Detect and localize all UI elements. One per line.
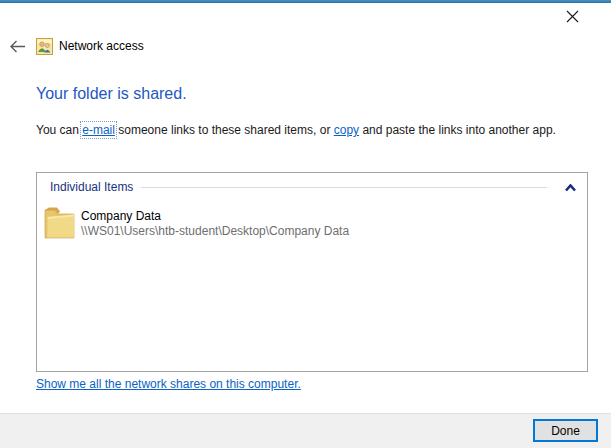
done-button[interactable]: Done <box>533 419 598 442</box>
chevron-up-icon <box>565 180 576 195</box>
copy-link[interactable]: copy <box>334 123 359 137</box>
folder-icon <box>44 206 75 239</box>
instruction-part2: someone links to these shared items, or <box>115 123 334 137</box>
wizard-title: Network access <box>59 39 144 53</box>
individual-items-header: Individual Items <box>37 178 587 196</box>
individual-items-groupbox: Individual Items Company Data \\WS01\Use… <box>36 172 588 372</box>
window-top-accent-border <box>0 0 611 3</box>
back-button[interactable] <box>6 38 28 58</box>
network-access-shared-folder-icon <box>36 37 53 56</box>
email-link[interactable]: e-mail <box>82 123 115 137</box>
shared-item-name: Company Data <box>81 209 349 223</box>
close-icon <box>566 10 579 26</box>
footer-bar: Done <box>0 413 611 448</box>
group-title: Individual Items <box>50 180 133 194</box>
shared-item-path: \\WS01\Users\htb-student\Desktop\Company… <box>81 224 349 238</box>
instruction-part1: You can <box>36 123 82 137</box>
back-arrow-icon <box>9 40 26 56</box>
instruction-part3: and paste the links into another app. <box>359 123 556 137</box>
shared-item-text: Company Data \\WS01\Users\htb-student\De… <box>81 206 349 238</box>
collapse-button[interactable] <box>561 179 579 195</box>
show-all-shares-link[interactable]: Show me all the network shares on this c… <box>36 377 301 391</box>
shared-item-row[interactable]: Company Data \\WS01\Users\htb-student\De… <box>44 206 349 239</box>
wizard-header-bar: Network access <box>0 36 611 60</box>
header-divider-line <box>141 187 547 188</box>
close-button[interactable] <box>563 9 581 27</box>
page-heading: Your folder is shared. <box>36 85 187 103</box>
instruction-text: You can e-mail someone links to these sh… <box>36 122 596 138</box>
